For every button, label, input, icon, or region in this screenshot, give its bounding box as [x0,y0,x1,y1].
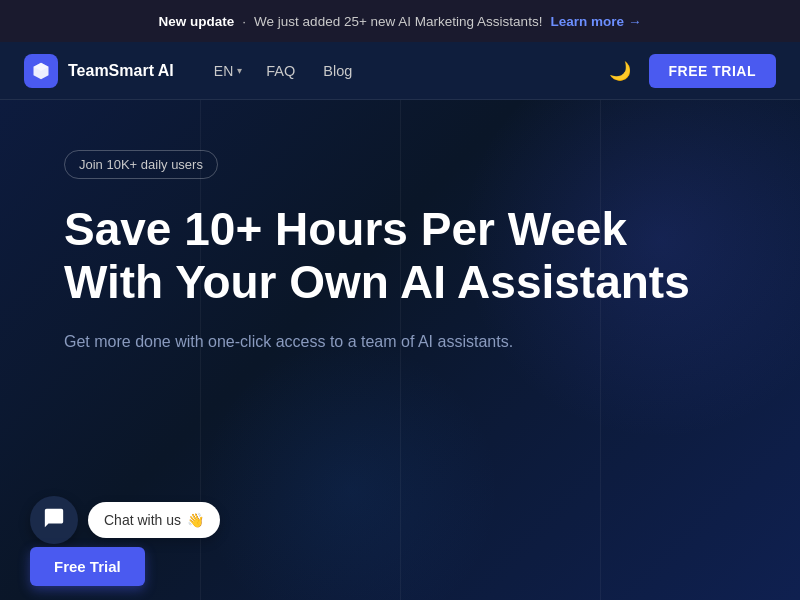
chat-widget: Chat with us 👋 [30,496,220,544]
logo-text: TeamSmart AI [68,62,174,80]
join-badge[interactable]: Join 10K+ daily users [64,150,218,179]
chat-bubble-button[interactable] [30,496,78,544]
free-trial-bottom-button[interactable]: Free Trial [30,547,145,586]
hero-title-line1: Save 10+ Hours Per Week [64,203,627,255]
dark-mode-button[interactable]: 🌙 [603,54,637,88]
logo-icon [24,54,58,88]
announcement-message: We just added 25+ new AI Marketing Assis… [254,14,542,29]
learn-more-link[interactable]: Learn more → [550,14,641,29]
hero-subtitle: Get more done with one-click access to a… [64,329,544,355]
blog-link[interactable]: Blog [323,63,352,79]
new-update-label: New update [159,14,235,29]
bg-glow-2 [200,340,500,600]
nav-links: FAQ Blog [266,63,352,79]
chat-icon [43,507,65,534]
moon-icon: 🌙 [609,61,631,81]
hero-title: Save 10+ Hours Per Week With Your Own AI… [64,203,704,309]
navbar: TeamSmart AI EN ▾ FAQ Blog 🌙 FREE TRIAL [0,42,800,100]
free-trial-nav-button[interactable]: FREE TRIAL [649,54,776,88]
wave-icon: 👋 [187,512,204,528]
language-label: EN [214,63,233,79]
hero-content: Join 10K+ daily users Save 10+ Hours Per… [0,100,800,354]
announcement-dot: · [242,14,246,29]
language-selector[interactable]: EN ▾ [206,59,250,83]
chevron-down-icon: ▾ [237,65,242,76]
free-trial-bottom-area: Free Trial [30,547,145,586]
arrow-icon: → [628,14,642,29]
faq-link[interactable]: FAQ [266,63,295,79]
chat-popup[interactable]: Chat with us 👋 [88,502,220,538]
chat-popup-text: Chat with us [104,512,181,528]
announcement-bar: New update · We just added 25+ new AI Ma… [0,0,800,42]
logo-area[interactable]: TeamSmart AI [24,54,174,88]
hero-title-line2: With Your Own AI Assistants [64,256,690,308]
learn-more-text: Learn more [550,14,624,29]
